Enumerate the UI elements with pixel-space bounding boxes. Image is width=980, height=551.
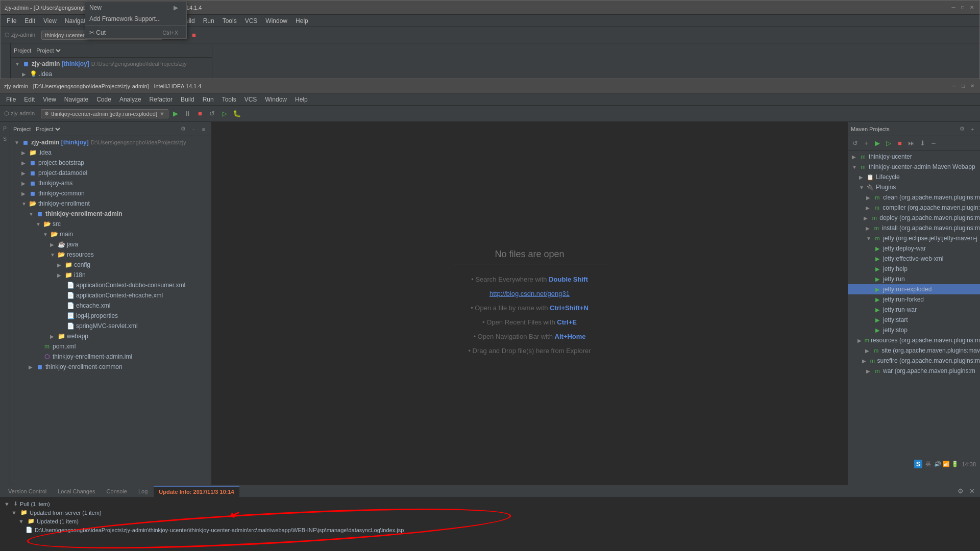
tree-datamodel[interactable]: ▶ ◼ project-datamodel <box>10 168 211 178</box>
fg-menu-code[interactable]: Code <box>92 95 115 104</box>
ctx-framework[interactable]: Add Framework Support... <box>85 13 186 24</box>
panel-collapse-icon[interactable]: - <box>189 124 198 134</box>
bg-maximize-btn[interactable]: □ <box>959 4 966 11</box>
maven-plugins[interactable]: ▼ 🔌 Plugins <box>848 182 980 192</box>
maven-install[interactable]: ▶ m install (org.apache.maven.plugins:m <box>848 223 980 233</box>
maven-refresh-btn[interactable]: ↺ <box>850 138 860 148</box>
updated-server-row[interactable]: ▼ 📁 Updated from server (1 item) <box>4 508 976 517</box>
fg-minimize-btn[interactable]: ─ <box>950 83 958 90</box>
bg-menu-edit[interactable]: Edit <box>20 16 39 26</box>
maven-jetty-run-war[interactable]: ▶ jetty:run-war <box>848 305 980 315</box>
tree-config[interactable]: ▶ 📁 config <box>10 260 211 270</box>
bg-menu-help[interactable]: Help <box>291 16 312 26</box>
tree-ehcache-ctx-xml[interactable]: 📄 applicationContext-ehcache.xml <box>10 290 211 300</box>
tab-console[interactable]: Console <box>102 486 132 497</box>
tree-idea[interactable]: ▶ 📁 .idea <box>10 147 211 158</box>
side-icon-1[interactable]: P <box>1 124 10 133</box>
maven-skip-btn[interactable]: ⏭ <box>906 138 916 148</box>
tree-common[interactable]: ▶ ◼ thinkjoy-common <box>10 188 211 198</box>
fg-run-btn[interactable]: ▶ <box>170 109 181 119</box>
maven-ucenter-admin[interactable]: ▼ m thinkjoy-ucenter-admin Maven Webapp <box>848 162 980 172</box>
bg-menu-view[interactable]: View <box>39 16 61 26</box>
fg-maximize-btn[interactable]: □ <box>960 83 967 90</box>
maven-jetty-deploy-war[interactable]: ▶ jetty:deploy-war <box>848 243 980 254</box>
fg-menu-window[interactable]: Window <box>261 95 291 104</box>
file-path-row[interactable]: 📄 D:\Users\gengsongbo\IdeaProjects\zjy-a… <box>4 525 976 534</box>
bg-menu-window[interactable]: Window <box>261 16 291 26</box>
bg-stop-btn[interactable]: ■ <box>189 30 199 40</box>
tab-update-info[interactable]: Update Info: 2017/11/3 10:14 <box>154 486 239 497</box>
blog-url[interactable]: http://blog.csdn.net/geng31 <box>489 290 570 297</box>
maven-clean[interactable]: ▶ m clean (org.apache.maven.plugins:m <box>848 192 980 203</box>
panel-settings-icon[interactable]: ⚙ <box>179 124 188 134</box>
fg-menu-run[interactable]: Run <box>199 95 218 104</box>
maven-debug-btn[interactable]: ▷ <box>884 138 894 148</box>
fg-menu-navigate[interactable]: Navigate <box>60 95 92 104</box>
bg-tree-idea[interactable]: ▶ 💡 .idea <box>11 69 212 79</box>
fg-menu-edit[interactable]: Edit <box>20 95 39 104</box>
tab-local-changes[interactable]: Local Changes <box>53 486 100 497</box>
bg-menu-run[interactable]: Run <box>199 16 218 26</box>
maven-stop-btn[interactable]: ■ <box>895 138 905 148</box>
bg-menu-vcs[interactable]: VCS <box>241 16 262 26</box>
maven-war[interactable]: ▶ m war (org.apache.maven.plugins:m <box>848 366 980 376</box>
tree-ehcache-xml[interactable]: 📄 ehcache.xml <box>10 300 211 311</box>
maven-jetty-stop[interactable]: ▶ jetty:stop <box>848 325 980 335</box>
maven-site[interactable]: ▶ m site (org.apache.maven.plugins:mav <box>848 345 980 356</box>
fg-run2-btn[interactable]: ▷ <box>219 109 230 119</box>
fg-menu-view[interactable]: View <box>39 95 60 104</box>
tree-springmvc[interactable]: 📄 springMVC-servlet.xml <box>10 321 211 331</box>
fg-menu-help[interactable]: Help <box>291 95 312 104</box>
tree-webapp[interactable]: ▶ 📁 webapp <box>10 331 211 341</box>
maven-jetty-run[interactable]: ▶ jetty:run <box>848 274 980 284</box>
hint-blog-link[interactable]: http://blog.csdn.net/geng31 <box>453 287 606 301</box>
fg-reload-btn[interactable]: ↺ <box>207 109 217 119</box>
panel-gear-icon[interactable]: ≡ <box>199 124 208 134</box>
updated-row[interactable]: ▼ 📁 Updated (1 item) <box>4 517 976 525</box>
maven-jetty-run-forked[interactable]: ▶ jetty:run-forked <box>848 294 980 305</box>
fg-menu-analyze[interactable]: Analyze <box>115 95 145 104</box>
maven-collapse-btn[interactable]: – <box>928 138 939 148</box>
maven-deploy[interactable]: ▶ m deploy (org.apache.maven.plugins:m <box>848 213 980 223</box>
maven-jetty-help[interactable]: ▶ jetty:help <box>848 264 980 274</box>
side-icon-2[interactable]: S <box>1 134 10 143</box>
bg-close-btn[interactable]: ✕ <box>968 4 975 11</box>
fg-run-config[interactable]: ⚙ thinkjoy-ucenter-admin [jetty:run-expl… <box>41 109 168 118</box>
maven-jetty[interactable]: ▼ m jetty (org.eclipse.jetty:jetty-maven… <box>848 233 980 243</box>
maven-jetty-effective[interactable]: ▶ jetty:effective-web-xml <box>848 254 980 264</box>
bg-menu-file[interactable]: File <box>3 16 20 26</box>
maven-add-btn[interactable]: + <box>861 138 871 148</box>
tab-log[interactable]: Log <box>133 486 153 497</box>
tree-bootstrap[interactable]: ▶ ◼ project-bootstrap <box>10 158 211 168</box>
maven-lifecycle[interactable]: ▶ 📋 Lifecycle <box>848 172 980 182</box>
bottom-panel-settings[interactable]: ⚙ <box>955 486 966 496</box>
maven-plus-icon[interactable]: + <box>968 124 977 134</box>
tree-log4j[interactable]: 📃 log4j.properties <box>10 311 211 321</box>
maven-jetty-run-exploded[interactable]: ▶ jetty:run-exploded <box>848 284 980 294</box>
fg-menu-tools[interactable]: Tools <box>218 95 240 104</box>
maven-tree[interactable]: ▶ m thinkjoy-ucenter ▼ m thinkjoy-ucente… <box>848 151 980 485</box>
bg-menu-tools[interactable]: Tools <box>218 16 241 26</box>
fg-close-btn[interactable]: ✕ <box>969 83 976 90</box>
tree-enrollment[interactable]: ▼ 📂 thinkjoy-enrollment <box>10 198 211 209</box>
tree-root[interactable]: ▼ ◼ zjy-admin [thinkjoy] D:\Users\gengso… <box>10 137 211 147</box>
maven-compiler[interactable]: ▶ m compiler (org.apache.maven.plugin: <box>848 203 980 213</box>
tree-pom[interactable]: m pom.xml <box>10 341 211 352</box>
ctx-new[interactable]: New ▶ <box>85 2 186 13</box>
tree-enrollment-common[interactable]: ▶ ◼ thinkjoy-enrollment-common <box>10 362 211 372</box>
tree-src[interactable]: ▼ 📂 src <box>10 219 211 229</box>
maven-surefire[interactable]: ▶ m surefire (org.apache.maven.plugins:m <box>848 356 980 366</box>
tree-enrollment-admin[interactable]: ▼ ◼ thinkjoy-enrollment-admin <box>10 209 211 219</box>
maven-ucenter[interactable]: ▶ m thinkjoy-ucenter <box>848 152 980 162</box>
ctx-cut[interactable]: ✂ Cut Ctrl+X <box>85 27 186 38</box>
tree-ams[interactable]: ▶ ◼ thinkjoy-ams <box>10 178 211 188</box>
project-tree[interactable]: ▼ ◼ zjy-admin [thinkjoy] D:\Users\gengso… <box>10 136 211 485</box>
bg-minimize-btn[interactable]: ─ <box>950 4 957 11</box>
tree-dubbo-xml[interactable]: 📄 applicationContext-dubbo-consumer.xml <box>10 280 211 290</box>
project-scope-select[interactable]: Project <box>34 126 62 133</box>
fg-stop-btn[interactable]: ■ <box>195 109 205 119</box>
tree-resources[interactable]: ▼ 📂 resources <box>10 249 211 260</box>
maven-settings-icon[interactable]: ⚙ <box>958 124 967 134</box>
fg-menu-refactor[interactable]: Refactor <box>145 95 177 104</box>
maven-jetty-start[interactable]: ▶ jetty:start <box>848 315 980 325</box>
